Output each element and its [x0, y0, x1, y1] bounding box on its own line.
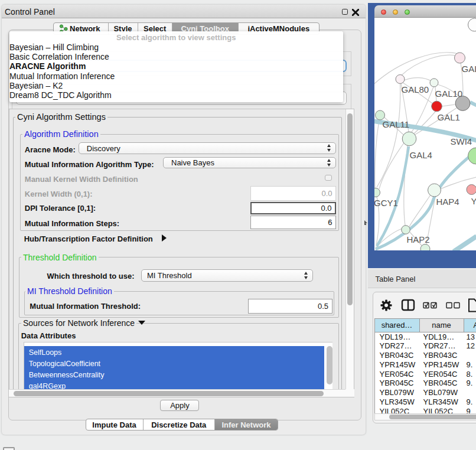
- svg-text:GAL1: GAL1: [437, 112, 459, 122]
- svg-text:GAL80: GAL80: [401, 84, 429, 94]
- svg-text:SWI4: SWI4: [450, 136, 472, 146]
- svg-text:GAL10: GAL10: [435, 89, 462, 99]
- svg-text:GAL4: GAL4: [409, 150, 432, 160]
- svg-text:HAP4: HAP4: [436, 197, 459, 207]
- svg-text:HAP2: HAP2: [406, 234, 429, 244]
- svg-text:GAL: GAL: [461, 64, 476, 74]
- svg-text:GAL11: GAL11: [382, 119, 409, 129]
- svg-text:Y: Y: [471, 196, 476, 206]
- svg-text:GCY1: GCY1: [374, 198, 398, 208]
